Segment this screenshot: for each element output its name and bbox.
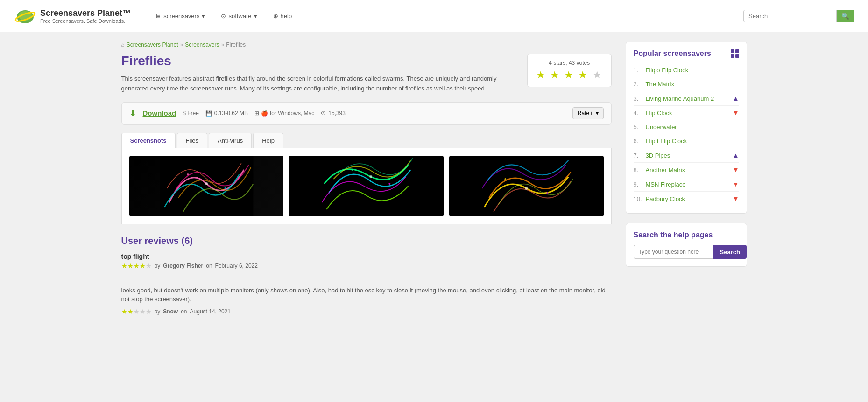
platform-meta: ⊞ 🍎 for Windows, Mac — [254, 110, 314, 117]
popular-num-8: 8. — [634, 166, 642, 173]
breadcrumb-sep-2: » — [221, 42, 225, 48]
help-icon: ⊕ — [273, 13, 278, 20]
rate-it-label: Rate it — [578, 110, 594, 117]
review-1-date: February 6, 2022 — [215, 263, 258, 269]
sidebar: Popular screensavers 1. Fliqlo Flip Cloc… — [626, 42, 747, 332]
popular-item-1: 1. Fliqlo Flip Clock — [634, 63, 739, 77]
breadcrumb-screensavers[interactable]: Screensavers — [185, 42, 219, 48]
popular-num-6: 6. — [634, 138, 642, 145]
content-area: ⌂ Screensavers Planet » Screensavers » F… — [121, 42, 612, 332]
breadcrumb-home[interactable]: Screensavers Planet — [127, 42, 178, 48]
chevron-down-icon-2: ▾ — [254, 13, 257, 20]
popular-num-1: 1. — [634, 67, 642, 74]
breadcrumb: ⌂ Screensavers Planet » Screensavers » F… — [121, 42, 612, 48]
breadcrumb-current: Fireflies — [226, 42, 246, 48]
tab-help[interactable]: Help — [253, 133, 283, 148]
download-button[interactable]: Download — [143, 109, 176, 117]
popular-num-2: 2. — [634, 81, 642, 88]
size-meta: 💾 0.13-0.62 MB — [205, 110, 248, 117]
review-1-headline: top flight — [121, 253, 612, 260]
popular-link-9[interactable]: MSN Fireplace — [646, 181, 733, 188]
review-1-by: by — [155, 263, 161, 269]
nav-help[interactable]: ⊕ help — [268, 10, 298, 22]
svg-point-4 — [205, 182, 208, 185]
popular-num-10: 10. — [634, 195, 642, 202]
svg-point-5 — [187, 173, 189, 175]
review-item-2: looks good, but doesn't work on multiple… — [121, 286, 612, 325]
nav-software[interactable]: ⊙ software ▾ — [215, 10, 262, 22]
nav-screensavers[interactable]: 🖥 screensavers ▾ — [149, 10, 211, 22]
popular-item-10: 10. Padbury Clock ▼ — [634, 192, 739, 206]
popular-item-2: 2. The Matrix — [634, 77, 739, 91]
logo[interactable]: Screensavers Planet™ Free Screensavers. … — [14, 5, 131, 27]
popular-num-9: 9. — [634, 181, 642, 188]
header-search: 🔍 — [743, 10, 854, 22]
screenshots-container — [121, 148, 612, 224]
views-meta: ⏱ 15,393 — [321, 110, 346, 117]
popular-link-7[interactable]: 3D Pipes — [646, 152, 733, 159]
popular-link-4[interactable]: Flip Clock — [646, 110, 733, 117]
platform-label: for Windows, Mac — [270, 110, 314, 117]
popular-link-3[interactable]: Living Marine Aquarium 2 — [646, 95, 733, 102]
chevron-down-icon: ▾ — [202, 13, 205, 20]
review-2-meta: ★★★★★ by Snow on August 14, 2021 — [121, 308, 612, 315]
popular-item-4: 4. Flip Clock ▼ — [634, 106, 739, 120]
header: Screensavers Planet™ Free Screensavers. … — [0, 0, 868, 32]
size-icon: 💾 — [205, 110, 212, 117]
popular-link-5[interactable]: Underwater — [646, 124, 739, 131]
views-label: 15,393 — [328, 110, 346, 117]
trend-up-icon-7: ▲ — [733, 152, 739, 159]
review-2-author: Snow — [163, 308, 178, 315]
star-5-empty: ★ — [593, 69, 603, 81]
site-name: Screensavers Planet™ — [40, 8, 131, 18]
site-tagline: Free Screensavers. Safe Downloads. — [40, 18, 131, 24]
breadcrumb-sep-1: » — [180, 42, 183, 48]
popular-num-7: 7. — [634, 152, 642, 159]
header-search-button[interactable]: 🔍 — [837, 10, 854, 22]
popular-link-1[interactable]: Fliqlo Flip Clock — [646, 67, 739, 74]
size-label: 0.13-0.62 MB — [214, 110, 248, 117]
tab-files[interactable]: Files — [177, 133, 207, 148]
svg-point-12 — [525, 187, 528, 190]
price-meta: $ Free — [183, 110, 199, 117]
screenshot-1-svg — [129, 156, 284, 216]
main-container: ⌂ Screensavers Planet » Screensavers » F… — [107, 32, 761, 341]
rating-label: 4 stars, 43 votes — [536, 60, 603, 66]
screenshot-1[interactable] — [129, 156, 284, 216]
review-2-by: by — [155, 308, 161, 315]
screenshot-3[interactable] — [449, 156, 604, 216]
star-1: ★ — [536, 69, 546, 81]
review-1-stars: ★★★★★ — [121, 262, 152, 270]
nav-software-label: software — [228, 13, 251, 20]
logo-icon — [14, 5, 36, 27]
review-1-author: Gregory Fisher — [163, 263, 203, 269]
popular-item-5: 5. Underwater — [634, 120, 739, 134]
popular-num-5: 5. — [634, 124, 642, 131]
screenshot-3-svg — [449, 156, 604, 216]
rate-it-button[interactable]: Rate it ▾ — [572, 107, 604, 119]
help-search-button[interactable]: Search — [713, 245, 747, 259]
star-3: ★ — [564, 69, 574, 81]
help-search-input[interactable] — [634, 245, 713, 259]
nav-screensavers-label: screensavers — [163, 13, 199, 20]
monitor-icon: 🖥 — [155, 13, 161, 20]
nav-help-label: help — [281, 13, 292, 20]
rating-stars: ★ ★ ★ ★ ★ — [536, 69, 603, 81]
help-search-title: Search the help pages — [634, 231, 739, 239]
download-bar: ⬇ Download $ Free 💾 0.13-0.62 MB ⊞ 🍎 for… — [121, 102, 612, 125]
help-search-form: Search — [634, 245, 739, 259]
popular-link-8[interactable]: Another Matrix — [646, 166, 733, 173]
clock-icon: ⏱ — [321, 110, 326, 117]
review-2-stars: ★★★★★ — [121, 308, 152, 315]
help-search-section: Search the help pages Search — [626, 223, 747, 267]
popular-link-10[interactable]: Padbury Clock — [646, 195, 733, 202]
review-item-1: top flight ★★★★★ by Gregory Fisher on Fe… — [121, 253, 612, 279]
header-search-input[interactable] — [743, 10, 837, 22]
screenshot-2[interactable] — [289, 156, 444, 216]
tab-screenshots[interactable]: Screenshots — [121, 133, 176, 148]
trend-down-icon-9: ▼ — [733, 180, 739, 188]
trend-down-icon-4: ▼ — [733, 109, 739, 117]
tab-antivirus[interactable]: Anti-virus — [209, 133, 252, 148]
popular-link-6[interactable]: FlipIt Flip Clock — [646, 138, 739, 145]
popular-link-2[interactable]: The Matrix — [646, 81, 739, 88]
